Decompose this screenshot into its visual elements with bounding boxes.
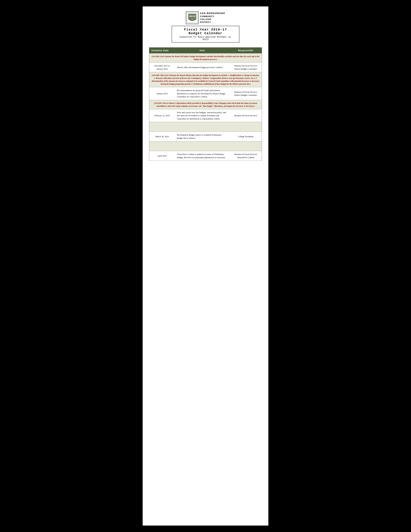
policy-text: (AP 6200: Each January the Board will ad…	[149, 53, 262, 63]
page-subtitle: (Submitted for Board Approved November 1…	[177, 36, 234, 41]
empty-row	[149, 122, 262, 132]
table-row: February 22, 2016Prior and current year …	[149, 109, 262, 122]
item-cell: Prior and current year line budgets, ins…	[175, 109, 230, 122]
date-cell: February 22, 2016	[149, 109, 175, 122]
responsible-cell: Business & Fiscal Services Chancellor's …	[230, 151, 262, 161]
empty-cell	[149, 122, 262, 132]
responsible-cell: Business & Fiscal Services	[230, 109, 262, 122]
logo-box: sbccd ⚡	[186, 11, 199, 24]
table-row: December 2015 to January 2016District of…	[149, 63, 262, 72]
table-row: March 28, 2016Development Budget reports…	[149, 132, 262, 141]
item-cell: District office development budget proce…	[175, 63, 230, 72]
responsible-cell: Business & Fiscal Services District Budg…	[230, 63, 262, 72]
svg-text:⚡: ⚡	[191, 19, 193, 20]
responsible-cell: Business & Fiscal Services District Budg…	[230, 87, 262, 100]
policy-row: (AP 6200: Each January the Board will ad…	[149, 53, 262, 63]
table-row: April 2016Chancellor's Cabinet is update…	[149, 151, 262, 161]
empty-cell	[149, 141, 262, 151]
item-cell: Development Budget reports to establish …	[175, 132, 230, 141]
budget-table: Tentative Date Item Responsible (AP 6200…	[149, 48, 262, 161]
empty-row	[149, 141, 262, 151]
responsible-cell: College Presidents	[230, 132, 262, 141]
date-cell: December 2015 to January 2016	[149, 63, 175, 72]
header: sbccd ⚡ SAN BERNARDINO COMMUNITY COLLEGE…	[149, 11, 262, 43]
col-header-responsible: Responsible	[230, 48, 262, 54]
policy-row: (AP 6200: [By] Each February the Board w…	[149, 72, 262, 87]
policy-text: (AP 6200: [By] Each February the Board w…	[149, 72, 262, 87]
table-header-row: Tentative Date Item Responsible	[149, 48, 262, 54]
table-row: January 2016Recommendations for projecte…	[149, 87, 262, 100]
page-title: Fiscal Year 2016-17 Budget Calendar	[177, 28, 234, 35]
svg-text:sbccd: sbccd	[189, 15, 196, 17]
policy-text: (AP 6200: Prior to March 1 information w…	[149, 100, 262, 109]
date-cell: March 28, 2016	[149, 132, 175, 141]
col-header-date: Tentative Date	[149, 48, 175, 54]
date-cell: January 2016	[149, 87, 175, 100]
sbccd-logo-icon: sbccd ⚡	[187, 12, 198, 23]
col-header-item: Item	[175, 48, 230, 54]
page: sbccd ⚡ SAN BERNARDINO COMMUNITY COLLEGE…	[143, 6, 268, 526]
policy-row: (AP 6200: Prior to March 1 information w…	[149, 100, 262, 109]
district-name: SAN BERNARDINO COMMUNITY COLLEGE DISTRIC…	[200, 12, 225, 24]
item-cell: Chancellor's Cabinet is updated on statu…	[175, 151, 230, 161]
logo-area: sbccd ⚡ SAN BERNARDINO COMMUNITY COLLEGE…	[186, 11, 225, 24]
date-cell: April 2016	[149, 151, 175, 161]
title-box: Fiscal Year 2016-17 Budget Calendar (Sub…	[172, 26, 239, 43]
item-cell: Recommendations for projected funds and …	[175, 87, 230, 100]
